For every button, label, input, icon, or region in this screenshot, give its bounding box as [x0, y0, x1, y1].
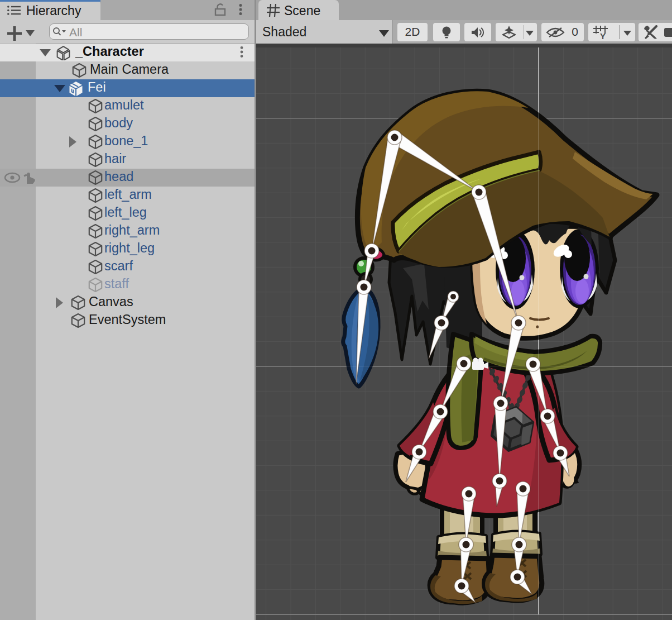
svg-text:Y: Y	[600, 31, 606, 40]
